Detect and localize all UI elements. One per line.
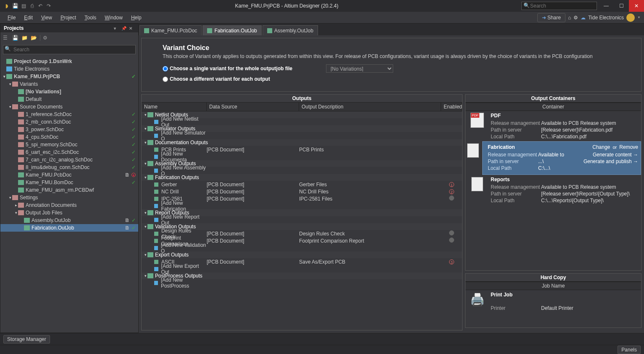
col-description[interactable]: Output Description: [299, 103, 441, 111]
output-row[interactable]: [Add New Fabrication: [142, 202, 462, 209]
maximize-button[interactable]: ☐: [614, 0, 629, 12]
redo-icon[interactable]: ↷: [45, 3, 52, 9]
output-row[interactable]: [Add New Assembly O: [142, 167, 462, 174]
tree-item[interactable]: ▾Source Documents: [0, 103, 138, 111]
file-icon: [24, 225, 30, 230]
tree-item[interactable]: Tide Electronics: [0, 65, 138, 73]
tree-item[interactable]: Kame_FMU_asm_rm.PCBDwf: [0, 186, 138, 194]
output-row[interactable]: [Add New Export Out: [142, 265, 462, 272]
tree-item[interactable]: ▸Annotation Documents: [0, 201, 138, 209]
file-icon: [18, 142, 24, 147]
gear-icon[interactable]: ⚙: [573, 15, 578, 21]
minimize-button[interactable]: —: [599, 0, 614, 12]
file-icon: [18, 165, 24, 170]
tree-item[interactable]: 5_spi_memory.SchDoc✓: [0, 141, 138, 148]
share-button[interactable]: ➜ Share: [537, 13, 565, 22]
output-row[interactable]: [Add New Report Out: [142, 216, 462, 223]
menu-help[interactable]: Help: [127, 13, 146, 22]
file-icon: [6, 74, 12, 79]
output-row[interactable]: [Add New Validation O: [142, 244, 462, 251]
close-button[interactable]: ✕: [629, 0, 644, 12]
cloud-icon[interactable]: ☁: [581, 15, 586, 21]
storage-manager-button[interactable]: Storage Manager: [3, 335, 50, 343]
col-datasource[interactable]: Data Source: [207, 103, 299, 111]
menu-edit[interactable]: Edit: [20, 13, 37, 22]
home-icon[interactable]: ⌂: [568, 15, 571, 21]
col-name[interactable]: Name: [142, 103, 207, 111]
save-icon[interactable]: 💾: [12, 3, 18, 9]
menu-file[interactable]: File: [3, 13, 20, 22]
tree-item[interactable]: [No Variations]: [0, 88, 138, 95]
variant-each-radio[interactable]: [163, 77, 168, 82]
tree-item[interactable]: Project Group 1.DsnWrk: [0, 58, 138, 65]
new-icon[interactable]: ☰: [3, 35, 10, 42]
container-pdf[interactable]: PDFRelease managementAvailable to PCB Re…: [465, 111, 641, 141]
tree-item[interactable]: 6_uart_esc_i2c.SchDoc✓: [0, 148, 138, 156]
col-enabled[interactable]: Enabled: [441, 103, 462, 111]
tree-item[interactable]: Default: [0, 95, 138, 103]
status-ok-icon: ✓: [131, 74, 136, 79]
project-search-input[interactable]: [3, 45, 136, 54]
container-reports[interactable]: ReportsRelease managementAvailable to PC…: [465, 175, 641, 205]
menu-project[interactable]: Project: [56, 13, 80, 22]
folder-open-icon[interactable]: 📂: [31, 35, 37, 42]
variant-select[interactable]: [No Variations]: [326, 64, 393, 73]
output-row[interactable]: [Add New PostProcess: [142, 279, 462, 286]
search-input[interactable]: [521, 2, 597, 10]
undo-icon[interactable]: ↶: [37, 3, 44, 9]
menu-view[interactable]: View: [37, 13, 56, 22]
tree-item[interactable]: 7_can_rc_i2c_analog.SchDoc✓: [0, 156, 138, 164]
change-link[interactable]: Change: [592, 144, 610, 150]
printer-icon: 🖨️: [470, 292, 485, 307]
tree-item[interactable]: Assembly.OutJob🗎✓: [0, 217, 138, 224]
output-category[interactable]: ▾Fabrication Outputs: [142, 174, 462, 181]
file-icon: [207, 28, 212, 33]
enabled-badge: 3: [449, 259, 454, 264]
print-icon[interactable]: ⎙: [29, 3, 35, 9]
tree-item[interactable]: ▾Kame_FMU.PrjPCB✓: [0, 73, 138, 80]
tree-item[interactable]: 4_cpu.SchDoc✓: [0, 133, 138, 141]
folder-icon[interactable]: 📁: [21, 35, 28, 42]
tree-item[interactable]: ▾Settings: [0, 194, 138, 201]
tab-fabrication-outjob[interactable]: Fabrication.OutJob: [202, 25, 261, 35]
close-icon[interactable]: ✕: [129, 26, 135, 31]
container-fabrication[interactable]: Change or RemoveFabricationRelease manag…: [482, 141, 641, 175]
tree-item[interactable]: ▾Output Job Files: [0, 209, 138, 217]
status-ok-icon: ✓: [131, 111, 136, 117]
file-icon: [18, 150, 24, 155]
container-action[interactable]: Generate and publish →: [584, 159, 638, 164]
titlebar: ◗ 💾 ▤ ⎙ ↶ ↷ Kame_FMU.PrjPCB - Altium Des…: [0, 0, 644, 12]
tree-item[interactable]: 2_mb_conn.SchDoc✓: [0, 118, 138, 126]
tree-item[interactable]: Fabrication.OutJob🗎✓: [0, 224, 138, 232]
panel-menu-icon[interactable]: ▾: [114, 26, 120, 31]
save-icon[interactable]: 💾: [12, 35, 19, 42]
menu-tools[interactable]: Tools: [80, 13, 100, 22]
workspace-label[interactable]: Tide Electronics: [588, 15, 624, 21]
saveall-icon[interactable]: ▤: [20, 3, 27, 9]
output-category[interactable]: ▾Documentation Outputs: [142, 139, 462, 146]
variant-single-radio[interactable]: [163, 66, 168, 71]
tree-item[interactable]: 3_power.SchDoc✓: [0, 126, 138, 133]
tab-assembly-outjob[interactable]: Assembly.OutJob: [263, 25, 318, 35]
dropdown-icon[interactable]: ▼: [637, 16, 641, 19]
user-avatar[interactable]: [626, 13, 635, 22]
output-row[interactable]: NC Drill[PCB Document]NC Drill Files2: [142, 188, 462, 195]
tree-item[interactable]: 8_imu&debug_conn.SchDoc✓: [0, 164, 138, 171]
container-action[interactable]: Generate content →: [593, 152, 638, 158]
output-row[interactable]: Gerber[PCB Document]Gerber Files1: [142, 181, 462, 188]
output-row[interactable]: [Add New Simulator O: [142, 132, 462, 139]
menu-window[interactable]: Window: [100, 13, 127, 22]
pin-icon[interactable]: 📌: [121, 26, 127, 31]
tree-item[interactable]: ▾Variants: [0, 80, 138, 88]
output-row[interactable]: [Add New Documenta: [142, 153, 462, 160]
tab-kame_fmu-pcbdoc[interactable]: Kame_FMU.PcbDoc: [139, 25, 202, 35]
project-tree[interactable]: Project Group 1.DsnWrkTide Electronics▾K…: [0, 57, 138, 333]
settings-icon[interactable]: ⚙: [43, 35, 50, 42]
remove-link[interactable]: Remove: [619, 144, 638, 150]
output-icon: [154, 134, 158, 138]
panels-button[interactable]: Panels: [618, 346, 641, 354]
tree-item[interactable]: Kame_FMU.PcbDoc🗎●: [0, 171, 138, 179]
output-row[interactable]: [Add New Netlist Out: [142, 118, 462, 125]
tree-item[interactable]: 1_reference.SchDoc✓: [0, 111, 138, 118]
tree-item[interactable]: Kame_FMU.BomDoc✓: [0, 179, 138, 186]
